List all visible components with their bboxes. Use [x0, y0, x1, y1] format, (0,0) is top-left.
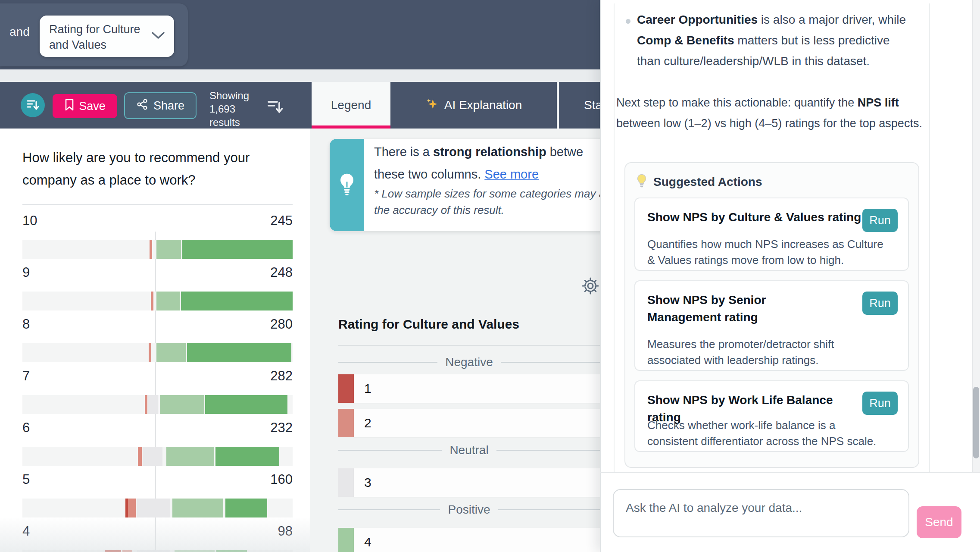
chart-row-score: 10	[22, 213, 37, 229]
ai-chat-input[interactable]	[613, 489, 909, 537]
chart-bar-segment-2[interactable]	[138, 447, 142, 466]
run-button[interactable]: Run	[862, 292, 898, 315]
chart-bar-segment-4[interactable]	[156, 292, 180, 310]
legend-section-neutral: Neutral	[338, 443, 600, 457]
tab-legend[interactable]: Legend	[312, 82, 390, 129]
chart-bar-track[interactable]	[22, 292, 293, 310]
legend-section-negative: Negative	[338, 355, 600, 369]
tab-ai-explanation-label: AI Explanation	[444, 98, 522, 112]
chart-bar-segment-2[interactable]	[128, 499, 136, 518]
chart-bar-track[interactable]	[22, 499, 293, 518]
chart-bar-segment-4[interactable]	[156, 240, 181, 259]
ai-input-divider	[600, 472, 980, 473]
chart-bar-segment-5[interactable]	[215, 447, 279, 466]
tab-legend-label: Legend	[331, 98, 371, 112]
share-button-label: Share	[153, 99, 184, 113]
bullet-dot	[626, 19, 630, 24]
chart-row-score: 9	[22, 265, 30, 280]
ai-message-bullet: Career Opportunities is also a major dri…	[637, 9, 916, 72]
emphasized-text: NPS lift	[858, 96, 899, 109]
text: betwe	[546, 145, 583, 159]
chart-bar-track[interactable]	[22, 343, 293, 362]
insight-line2: these two columns. See more	[374, 167, 539, 182]
legend-item-1[interactable]: 1	[338, 374, 600, 403]
chart-bar-segment-2[interactable]	[150, 240, 152, 259]
chart-bar-segment-2[interactable]	[145, 395, 147, 414]
chart-bar-segment-5[interactable]	[187, 343, 291, 362]
action-description: Checks whether work-life balance is a co…	[647, 417, 889, 449]
save-button[interactable]: Save	[53, 94, 117, 118]
see-more-link[interactable]: See more	[484, 167, 539, 181]
chevron-down-icon	[150, 30, 166, 42]
send-button[interactable]: Send	[917, 506, 961, 538]
legend-item-4[interactable]: 4	[338, 528, 600, 552]
legend-item-2[interactable]: 2	[338, 409, 600, 437]
legend-section-label: Positive	[448, 503, 490, 517]
gear-icon	[581, 289, 600, 297]
share-button[interactable]: Share	[124, 92, 197, 119]
conjunction-label: and	[9, 25, 30, 39]
chart-bar-segment-5[interactable]	[205, 395, 287, 414]
chart-bar-segment-3[interactable]	[137, 550, 170, 552]
suggested-actions-header: Suggested Actions	[635, 173, 762, 191]
chart-bar-track[interactable]	[22, 395, 293, 414]
chart-bar-segment-4[interactable]	[172, 499, 223, 518]
text: Next step to make this actionable: quant…	[616, 96, 858, 109]
scrollbar-thumb[interactable]	[973, 387, 979, 458]
section-line	[501, 362, 600, 363]
sort-order-icon[interactable]	[266, 97, 284, 116]
ai-messages-left-border	[614, 3, 615, 472]
run-button[interactable]: Run	[862, 392, 898, 415]
chart-row-count: 160	[241, 472, 293, 487]
chart-bar-segment-4[interactable]	[156, 343, 186, 362]
field-dropdown-value: Rating for Culture and Values	[49, 22, 148, 53]
lightbulb-icon	[337, 172, 357, 198]
insight-line2-text: these two columns.	[374, 167, 484, 181]
chart-bar-track[interactable]	[22, 240, 293, 259]
chart-bar-track[interactable]	[22, 447, 293, 466]
chart-bar-segment-4[interactable]	[166, 447, 214, 466]
chart-title-divider	[22, 204, 293, 205]
legend-divider	[338, 345, 600, 346]
lightbulb-emoji-icon	[635, 173, 648, 191]
emphasized-text: Comp & Benefits	[637, 34, 734, 47]
emphasized-text: Career Opportunities	[637, 13, 758, 26]
chart-bar-segment-2[interactable]	[122, 550, 132, 552]
legend-item-value: 4	[364, 535, 371, 549]
app-root: and Rating for Culture and Values Save S…	[0, 0, 980, 552]
chart-bar-segment-2[interactable]	[149, 343, 151, 362]
ai-message-next-step: Next step to make this actionable: quant…	[616, 92, 937, 134]
sort-descending-icon	[26, 97, 40, 113]
text: between low (1–2) vs high (4–5) ratings …	[616, 117, 922, 130]
chart-bar-segment-5[interactable]	[216, 550, 247, 552]
settings-button[interactable]	[581, 276, 600, 295]
chart-bar-track[interactable]	[22, 550, 293, 552]
bookmark-icon	[64, 99, 75, 114]
field-dropdown[interactable]: Rating for Culture and Values	[40, 16, 174, 57]
section-line	[338, 362, 437, 363]
insight-accent-bar	[330, 139, 364, 231]
tab-ai-explanation[interactable]: AI Explanation	[390, 82, 557, 129]
tab-statistics-label: Sta	[559, 98, 602, 112]
chart-row-count: 245	[241, 213, 293, 229]
chart-bar-segment-5[interactable]	[182, 240, 293, 259]
chart-bar-segment-3[interactable]	[143, 447, 162, 466]
chart-bar-segment-5[interactable]	[181, 292, 293, 310]
chart-bar-segment-4[interactable]	[160, 395, 204, 414]
results-count: Showing 1,693 results	[209, 89, 259, 129]
chart-bar-segment-1[interactable]	[105, 550, 121, 552]
section-line	[496, 450, 600, 451]
run-button[interactable]: Run	[862, 209, 898, 232]
chart-bar-segment-5[interactable]	[225, 499, 267, 518]
chart-bar-segment-2[interactable]	[151, 292, 153, 310]
sort-filter-button[interactable]	[21, 93, 45, 117]
insight-note-line1: * Low sample sizes for some categories m…	[374, 187, 605, 201]
legend-section-label: Negative	[445, 355, 493, 369]
chart-bar-segment-3[interactable]	[137, 499, 170, 518]
chart-bar-segment-4[interactable]	[175, 550, 215, 552]
chart-bar-segment-3[interactable]	[148, 395, 158, 414]
suggested-actions-title: Suggested Actions	[653, 175, 762, 189]
legend-swatch	[338, 528, 354, 552]
legend-item-3[interactable]: 3	[338, 468, 600, 497]
legend-item-value: 3	[364, 475, 371, 490]
